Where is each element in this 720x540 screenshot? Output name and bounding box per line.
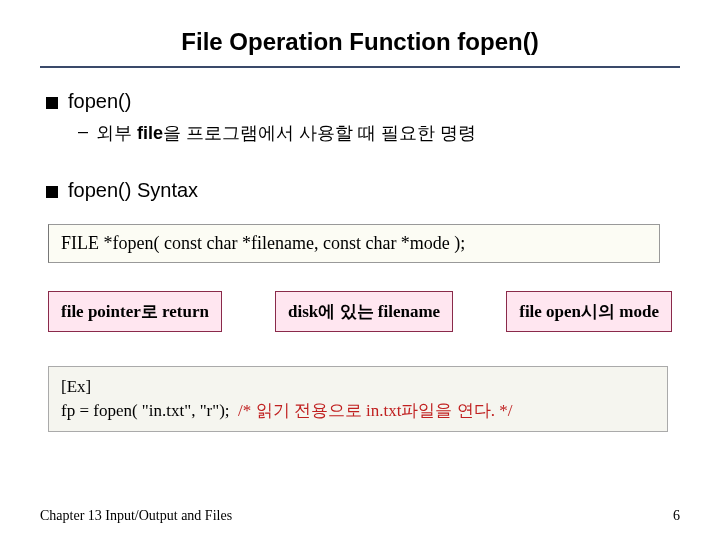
- bullet-subtext: 외부 file을 프로그램에서 사용할 때 필요한 명령: [96, 121, 476, 145]
- bullet-text: fopen(): [68, 90, 131, 113]
- bullet-text: fopen() Syntax: [68, 179, 198, 202]
- label-filename: disk에 있는 filename: [275, 291, 453, 332]
- labels-row: file pointer로 return disk에 있는 filename f…: [48, 291, 672, 332]
- example-line: fp = fopen( "in.txt", "r"); /* 읽기 전용으로 i…: [61, 399, 655, 423]
- bullet-level1: fopen() Syntax: [46, 179, 680, 202]
- example-box: [Ex] fp = fopen( "in.txt", "r"); /* 읽기 전…: [48, 366, 668, 432]
- bullet-level2: – 외부 file을 프로그램에서 사용할 때 필요한 명령: [78, 121, 680, 145]
- label-mode: file open시의 mode: [506, 291, 672, 332]
- example-comment: /* 읽기 전용으로 in.txt파일을 연다. */: [238, 401, 512, 420]
- footer-page: 6: [673, 508, 680, 524]
- square-bullet-icon: [46, 97, 58, 109]
- section-syntax: fopen() Syntax: [40, 179, 680, 202]
- slide: File Operation Function fopen() fopen() …: [0, 0, 720, 540]
- section-fopen: fopen() – 외부 file을 프로그램에서 사용할 때 필요한 명령: [40, 90, 680, 145]
- bullet-level1: fopen(): [46, 90, 680, 113]
- label-return: file pointer로 return: [48, 291, 222, 332]
- dash-icon: –: [78, 121, 88, 142]
- syntax-box: FILE *fopen( const char *filename, const…: [48, 224, 660, 263]
- page-title: File Operation Function fopen(): [40, 28, 680, 68]
- footer-chapter: Chapter 13 Input/Output and Files: [40, 508, 232, 524]
- square-bullet-icon: [46, 186, 58, 198]
- footer: Chapter 13 Input/Output and Files 6: [40, 508, 680, 524]
- example-tag: [Ex]: [61, 375, 655, 399]
- example-code: fp = fopen( "in.txt", "r");: [61, 401, 230, 420]
